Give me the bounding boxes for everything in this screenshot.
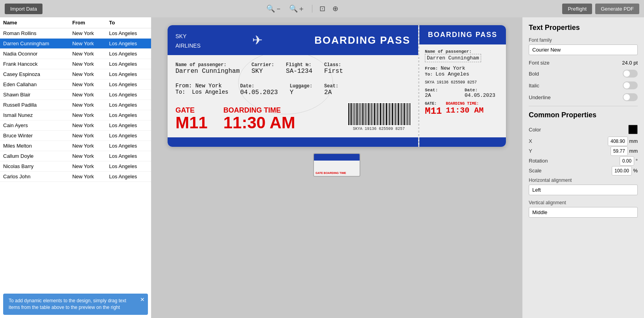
thumb-text: GATE BOARDING TIME — [316, 172, 346, 174]
table-cell-from: New York — [69, 100, 106, 110]
tip-text: To add dynamic elements to the design, s… — [9, 298, 126, 310]
preflight-button[interactable]: Preflight — [562, 4, 592, 14]
tip-box: ✕ To add dynamic elements to the design,… — [3, 294, 148, 315]
table-cell-name: Casey Espinoza — [0, 69, 69, 80]
table-cell-from: New York — [69, 28, 106, 39]
stub-code-field: SKYA 19136 625509 8257 — [425, 80, 500, 85]
underline-row: Underline — [529, 93, 638, 101]
stub-from-label: From: — [425, 66, 438, 71]
import-data-button[interactable]: Import Data — [5, 4, 42, 14]
table-row[interactable]: Eden CallahanNew YorkLos Angeles — [0, 80, 151, 90]
svg-rect-27 — [386, 103, 387, 125]
tip-close[interactable]: ✕ — [140, 296, 145, 304]
thumbnail[interactable]: GATE BOARDING TIME — [313, 153, 360, 177]
table-cell-to: Los Angeles — [106, 141, 151, 151]
scale-label: Scale — [529, 168, 542, 174]
font-size-value-unit: 24.0 pt — [622, 60, 638, 66]
table-cell-to: Los Angeles — [106, 131, 151, 141]
bp-logo: SKY AIRLINES — [175, 31, 201, 50]
fit-width-icon[interactable]: ⊕ — [331, 4, 340, 14]
svg-rect-24 — [382, 103, 382, 125]
rotation-row: Rotation 0.00 ° — [529, 158, 638, 164]
common-properties-title: Common Properties — [529, 111, 638, 119]
table-scroll[interactable]: Name From To Roman RollinsNew YorkLos An… — [0, 17, 151, 290]
x-label: X — [529, 138, 532, 144]
table-cell-name: Nicolas Barry — [0, 161, 69, 172]
table-row[interactable]: Ismail NunezNew YorkLos Angeles — [0, 110, 151, 120]
table-cell-to: Los Angeles — [106, 80, 151, 90]
italic-label: Italic — [529, 83, 539, 89]
table-row[interactable]: Darren CunninghamNew YorkLos Angeles — [0, 39, 151, 49]
underline-toggle[interactable] — [623, 93, 638, 101]
table-row[interactable]: Cain AyersNew YorkLos Angeles — [0, 120, 151, 131]
table-cell-to: Los Angeles — [106, 172, 151, 182]
bold-toggle[interactable] — [623, 70, 638, 78]
svg-rect-12 — [364, 103, 365, 125]
svg-rect-35 — [398, 103, 399, 125]
bp-stub-footer — [419, 137, 506, 147]
table-row[interactable]: Russell PadillaNew YorkLos Angeles — [0, 100, 151, 110]
italic-toggle[interactable] — [623, 81, 638, 89]
x-input[interactable]: 408.90 — [608, 137, 628, 146]
table-cell-from: New York — [69, 151, 106, 161]
zoom-out-icon[interactable]: 🔍－ — [265, 3, 284, 14]
barcode-number: SKYA 19136 625509 8257 — [353, 127, 405, 131]
flight-field: Flight №: SA-1234 — [286, 61, 312, 75]
generate-pdf-button[interactable]: Generate PDF — [595, 4, 639, 14]
svg-rect-6 — [355, 103, 356, 125]
table-row[interactable]: Nicolas BarryNew YorkLos Angeles — [0, 161, 151, 172]
svg-rect-3 — [351, 103, 352, 125]
table-row[interactable]: Bruce WinterNew YorkLos Angeles — [0, 131, 151, 141]
scale-input[interactable]: 100.00 — [612, 166, 632, 176]
table-row[interactable]: Nadia OconnorNew YorkLos Angeles — [0, 49, 151, 59]
bp-logo-line1: SKY — [175, 33, 186, 39]
h-align-select[interactable]: Left — [529, 185, 638, 195]
bp-row1: Name of passenger: Darren Cunningham Car… — [175, 61, 410, 75]
text-properties-title: Text Properties — [529, 24, 638, 32]
from-label: From: — [175, 83, 192, 89]
v-align-select[interactable]: Middle — [529, 207, 638, 218]
rotation-value-unit: 0.00 ° — [620, 158, 638, 164]
rotation-input[interactable]: 0.00 — [620, 156, 634, 166]
passenger-value[interactable]: Darren Cunningham — [175, 68, 240, 75]
table-row[interactable]: Shawn BlairNew YorkLos Angeles — [0, 90, 151, 100]
stub-to-value: Los Angeles — [435, 71, 469, 77]
stub-passenger-value[interactable]: Darren Cunningham — [425, 54, 481, 62]
table-row[interactable]: Miles MeltonNew YorkLos Angeles — [0, 141, 151, 151]
italic-row: Italic — [529, 81, 638, 89]
main-layout: Name From To Roman RollinsNew YorkLos An… — [0, 17, 644, 318]
table-row[interactable]: Roman RollinsNew YorkLos Angeles — [0, 28, 151, 39]
fit-page-icon[interactable]: ⊡ — [318, 4, 327, 14]
font-family-select[interactable]: Courier New — [529, 44, 638, 55]
svg-rect-15 — [368, 103, 369, 125]
table-row[interactable]: Frank HancockNew YorkLos Angeles — [0, 59, 151, 69]
table-row[interactable]: Carlos JohnNew YorkLos Angeles — [0, 172, 151, 182]
table-row[interactable]: Callum DoyleNew YorkLos Angeles — [0, 151, 151, 161]
color-swatch[interactable] — [628, 125, 638, 134]
svg-rect-25 — [383, 103, 384, 125]
svg-rect-43 — [410, 103, 410, 125]
font-size-value[interactable]: 24.0 — [622, 60, 632, 66]
table-row[interactable]: Casey EspinozaNew YorkLos Angeles — [0, 69, 151, 80]
to-value: Los Angeles — [192, 89, 228, 95]
svg-rect-1 — [348, 103, 349, 125]
y-input[interactable]: 59.77 — [611, 146, 628, 156]
table-cell-to: Los Angeles — [106, 120, 151, 131]
bp-main-section: SKY AIRLINES ✈ BOARDING PASS Name of pas… — [168, 25, 419, 147]
stub-seat-col: Seat: 2A — [425, 88, 461, 98]
luggage-label-text: Luggage: — [290, 83, 312, 89]
carrier-value: SKY — [251, 68, 274, 75]
stub-gate-label: GATE: — [425, 102, 442, 106]
font-size-row: Font size 24.0 pt — [529, 60, 638, 66]
x-row: X 408.90 mm — [529, 138, 638, 144]
table-cell-to: Los Angeles — [106, 151, 151, 161]
svg-rect-8 — [358, 103, 359, 125]
flight-value: SA-1234 — [286, 68, 312, 75]
zoom-in-icon[interactable]: 🔍＋ — [288, 3, 306, 14]
class-label-text: Class: — [324, 62, 341, 68]
bp-footer — [168, 137, 418, 147]
table-cell-to: Los Angeles — [106, 59, 151, 69]
svg-rect-28 — [388, 103, 388, 125]
stub-gate-group: GATE: M11 — [425, 102, 442, 116]
x-unit: mm — [629, 138, 638, 144]
